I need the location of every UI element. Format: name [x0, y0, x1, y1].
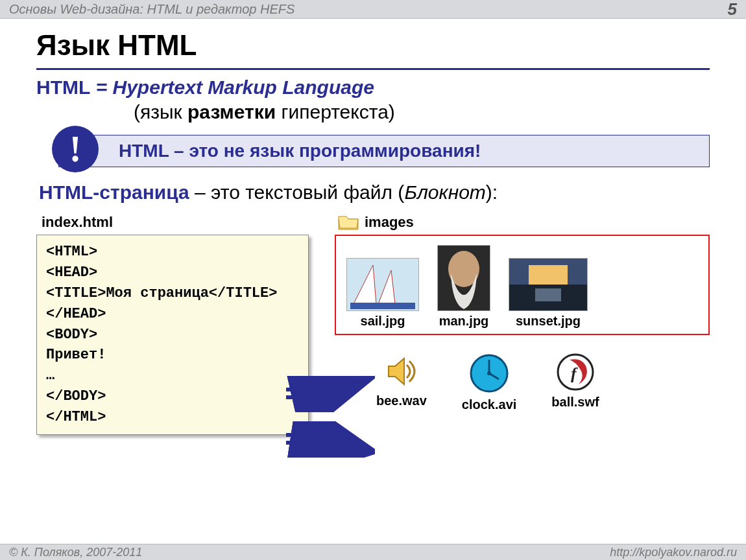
definition-line-2: (язык разметки гипертекста) [134, 101, 710, 123]
page-definition: HTML-страница – это текстовый файл (Блок… [39, 181, 710, 204]
media-row: bee.wav clock.avi f [376, 353, 710, 412]
image-thumb: sail.jpg [346, 258, 419, 329]
sail-image-icon [346, 258, 419, 311]
code-filename: index.html [42, 214, 309, 231]
flash-icon: f [557, 353, 594, 391]
image-caption: sail.jpg [361, 314, 405, 329]
svg-line-18 [293, 379, 362, 394]
svg-rect-9 [535, 288, 561, 301]
folder-name: images [365, 214, 414, 231]
man-image-icon [437, 245, 490, 311]
media-caption: ball.swf [551, 395, 599, 410]
page-number: 5 [728, 0, 737, 19]
svg-point-14 [487, 371, 491, 375]
images-box: sail.jpg man.jpg [335, 235, 710, 335]
media-item: f ball.swf [551, 353, 599, 412]
exclamation-icon: ! [52, 126, 99, 172]
footer-author: © К. Поляков, 2007-2011 [9, 546, 142, 559]
definition-term: HTML [36, 76, 90, 98]
clock-icon [469, 353, 509, 393]
slide-body: Язык HTML HTML = Hypertext Markup Langua… [0, 19, 746, 435]
assets-column: images sail.jpg [335, 214, 710, 412]
media-item: bee.wav [376, 353, 427, 412]
arrow-icon [284, 376, 375, 412]
slide-title: Язык HTML [36, 29, 710, 70]
media-item: clock.avi [462, 353, 517, 412]
callout: HTML – это не язык программирования! ! [58, 135, 710, 167]
slide-footer: © К. Поляков, 2007-2011 http://kpolyakov… [0, 544, 746, 560]
callout-text: HTML – это не язык программирования! [58, 135, 710, 167]
folder-header: images [337, 214, 710, 231]
code-box: <HTML> <HEAD> <TITLE>Моя страница</TITLE… [36, 235, 309, 435]
code-column: index.html <HTML> <HEAD> <TITLE>Моя стра… [36, 214, 309, 435]
image-caption: man.jpg [439, 314, 489, 329]
media-caption: bee.wav [376, 393, 427, 408]
image-thumb: sunset.jpg [509, 258, 588, 329]
svg-rect-8 [529, 265, 568, 285]
footer-url: http://kpolyakov.narod.ru [610, 546, 737, 559]
sunset-image-icon [509, 258, 588, 311]
chapter-title: Основы Web-дизайна: HTML и редактор HEFS [9, 2, 295, 17]
speaker-icon [383, 353, 420, 390]
svg-line-20 [293, 439, 362, 450]
arrow-icon [284, 421, 375, 458]
definition-line-1: HTML = Hypertext Markup Language [36, 76, 710, 99]
image-thumb: man.jpg [437, 245, 490, 329]
slide-header: Основы Web-дизайна: HTML и редактор HEFS… [0, 0, 746, 19]
svg-rect-3 [350, 303, 415, 309]
folder-icon [337, 214, 359, 231]
media-caption: clock.avi [462, 397, 517, 412]
svg-marker-10 [389, 358, 404, 384]
image-caption: sunset.jpg [516, 314, 581, 329]
